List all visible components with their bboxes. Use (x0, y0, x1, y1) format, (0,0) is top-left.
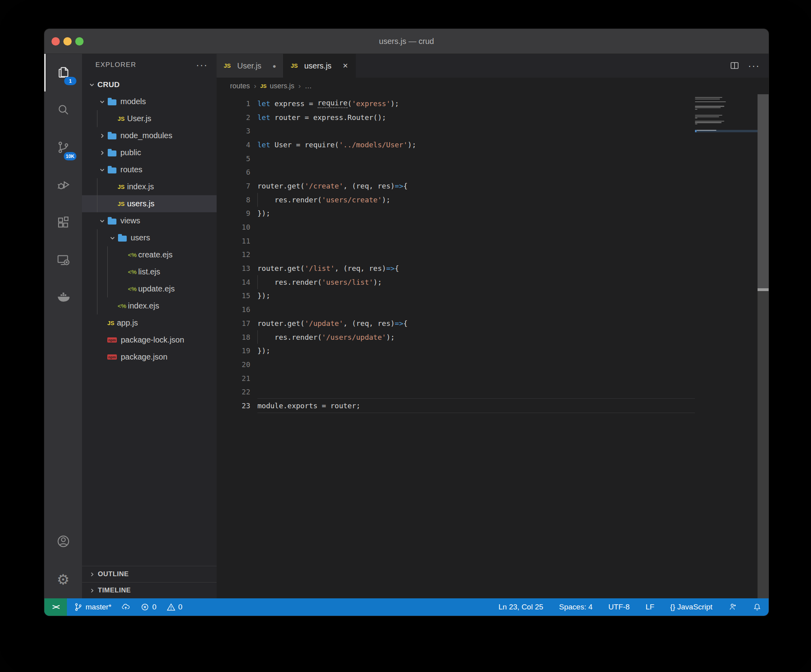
tree-item-models[interactable]: models (82, 93, 217, 110)
chevron-down-icon (98, 166, 107, 174)
tree-item-users-js[interactable]: JSusers.js (82, 195, 217, 212)
tree-item-package-json[interactable]: npmpackage.json (82, 348, 217, 366)
explorer-more-actions-icon[interactable]: ··· (196, 59, 208, 70)
status-label: LF (645, 603, 654, 611)
scrollbar-slider[interactable] (758, 94, 769, 288)
activity-search-button[interactable] (44, 91, 82, 129)
tree-item-users[interactable]: users (82, 229, 217, 246)
status-label: UTF-8 (608, 603, 630, 611)
line-number: 14 (217, 278, 250, 286)
status-lf[interactable]: LF (645, 603, 654, 611)
status-sync-cloud[interactable] (122, 603, 130, 611)
tree-item-index-ejs[interactable]: <%index.ejs (82, 297, 217, 314)
tree-item-package-lock-json[interactable]: npmpackage-lock.json (82, 331, 217, 348)
minimap-line (695, 106, 758, 107)
code-line-13: 13router.get('/list', (req, res)=>{ (217, 261, 695, 275)
status-warnings[interactable]: 0 (167, 603, 183, 611)
tree-item-label: CRUD (97, 80, 120, 89)
tree-item-index-js[interactable]: JSindex.js (82, 178, 217, 195)
scrollbar-slider-lower[interactable] (758, 291, 769, 598)
warnings-icon (167, 603, 175, 611)
tree-item-label: package.json (121, 352, 168, 362)
status-git-branch[interactable]: master* (74, 603, 111, 611)
settings-gear-icon: ⚙ (57, 573, 69, 587)
activity-settings-gear-button[interactable]: ⚙ (44, 561, 82, 598)
indent-guide (97, 297, 97, 314)
title-bar[interactable]: users.js — crud (44, 29, 769, 54)
status-feedback[interactable] (728, 603, 737, 611)
extensions-icon (57, 216, 70, 231)
feedback-icon (728, 603, 737, 611)
tab-users-js[interactable]: JSusers.js✕ (284, 54, 356, 78)
minimap-line (695, 121, 758, 122)
breadcrumb-item[interactable]: … (305, 82, 312, 90)
chevron-down-icon (98, 217, 107, 225)
section-outline[interactable]: OUTLINE (82, 566, 217, 582)
tree-item-routes[interactable]: routes (82, 161, 217, 178)
remote-indicator[interactable]: >< (44, 598, 67, 616)
activity-account-button[interactable] (44, 523, 82, 561)
activity-docker-button[interactable] (44, 280, 82, 317)
editor-scrollbar[interactable] (758, 94, 769, 598)
line-number: 1 (217, 99, 250, 108)
status-ln-23-col-25[interactable]: Ln 23, Col 25 (499, 603, 543, 611)
tree-item-update-ejs[interactable]: <%update.ejs (82, 280, 217, 297)
status-label: Ln 23, Col 25 (499, 603, 543, 611)
status-utf-8[interactable]: UTF-8 (608, 603, 630, 611)
code-editor[interactable]: 1let express = require('express');2let r… (217, 94, 769, 598)
unsaved-changes-dot[interactable]: ● (272, 63, 276, 69)
tree-item-app-js[interactable]: JSapp.js (82, 314, 217, 331)
tree-item-views[interactable]: views (82, 212, 217, 229)
code-line-4: 4let User = require('../models/User'); (217, 138, 695, 152)
section-timeline[interactable]: TIMELINE (82, 582, 217, 598)
javascript-file-icon: JS (107, 320, 117, 326)
editor-actions: ··· (730, 54, 769, 78)
code-line-11: 11 (217, 234, 695, 248)
minimap-line (695, 125, 758, 126)
status-label: {} JavaScript (670, 603, 712, 611)
tree-item-label: User.js (127, 114, 151, 123)
minimap-line (695, 100, 758, 101)
activity-source-control-button[interactable]: 10K (44, 129, 82, 167)
activity-run-debug-button[interactable] (44, 167, 82, 204)
sidebar-bottom-sections: OUTLINETIMELINE (82, 566, 217, 598)
editor-more-actions-icon[interactable]: ··· (748, 60, 760, 71)
split-editor-icon[interactable] (730, 61, 739, 70)
minimap-line (695, 101, 758, 102)
tab-label: users.js (304, 61, 331, 70)
minimap-line (695, 97, 758, 98)
tree-item-crud[interactable]: CRUD (82, 76, 217, 93)
status-spaces-4[interactable]: Spaces: 4 (559, 603, 593, 611)
line-content: router.get('/update', (req, res)=>{ (257, 316, 695, 330)
minimap-line-bar (695, 122, 722, 123)
activity-extensions-button[interactable] (44, 204, 82, 242)
tree-item-create-ejs[interactable]: <%create.ejs (82, 246, 217, 263)
tree-item-node-modules[interactable]: node_modules (82, 127, 217, 144)
status-errors[interactable]: 0 (141, 603, 156, 611)
account-icon (57, 535, 70, 550)
vscode-window: users.js — crud 110K⚙ EXPLORER ··· CRUDm… (44, 29, 769, 616)
tree-item-public[interactable]: public (82, 144, 217, 161)
code-line-18: 18 res.render('/users/update'); (217, 330, 695, 344)
status-bell[interactable] (753, 603, 762, 611)
breadcrumb-item[interactable]: routes (230, 82, 250, 90)
tree-item-user-js[interactable]: JSUser.js (82, 110, 217, 127)
line-number: 9 (217, 209, 250, 217)
close-tab-icon[interactable]: ✕ (343, 62, 348, 70)
javascript-file-icon: JS (118, 116, 127, 122)
activity-remote-explorer-button[interactable] (44, 242, 82, 280)
minimap[interactable] (695, 94, 758, 598)
breadcrumb-item[interactable]: JSusers.js (260, 82, 294, 90)
tree-item-label: views (120, 216, 140, 225)
tree-item-label: users (131, 233, 150, 242)
status--javascript[interactable]: {} JavaScript (670, 603, 712, 611)
tab-user-js[interactable]: JSUser.js● (217, 54, 284, 78)
code-line-17: 17router.get('/update', (req, res)=>{ (217, 316, 695, 330)
code-line-20: 20 (217, 358, 695, 371)
activity-files-button[interactable]: 1 (44, 54, 82, 91)
sidebar-title: EXPLORER (95, 61, 136, 69)
tree-item-list-ejs[interactable]: <%list.ejs (82, 263, 217, 280)
sidebar-header: EXPLORER ··· (82, 54, 217, 76)
code-line-1: 1let express = require('express'); (217, 97, 695, 110)
editor-group: JSUser.js●JSusers.js✕ ··· routes›JSusers… (217, 54, 769, 598)
